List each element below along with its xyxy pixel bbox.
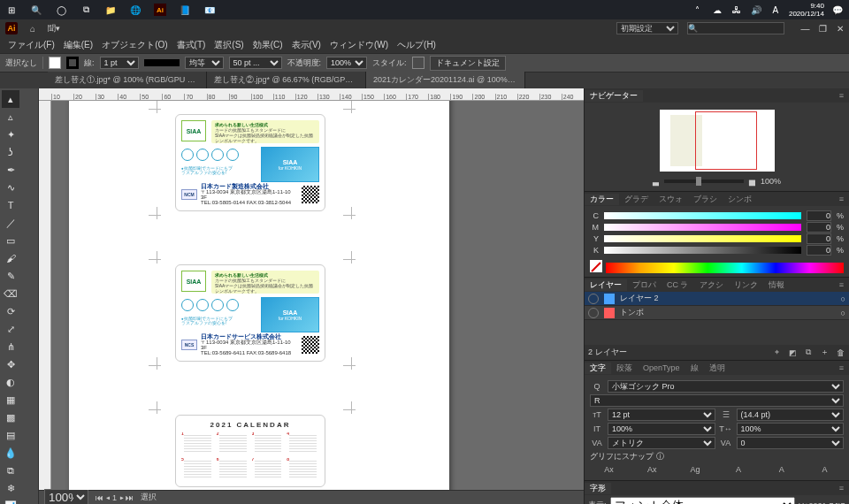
- scale-tool[interactable]: ⤢: [2, 320, 19, 338]
- document-tab[interactable]: 差し替え②.jpg* @ 66.67% (RGB/GPU プレビュー)×: [207, 72, 366, 88]
- snap-opt-icon[interactable]: Ax: [633, 464, 671, 475]
- zoom-level-select[interactable]: 100%: [44, 489, 88, 504]
- volume-icon[interactable]: 🔊: [750, 4, 762, 16]
- pen-tool[interactable]: ✒: [2, 161, 19, 179]
- home-icon[interactable]: ⌂: [27, 22, 39, 34]
- font-search-icon[interactable]: Q: [590, 382, 604, 391]
- line-tool[interactable]: ／: [2, 214, 19, 232]
- direct-selection-tool[interactable]: ▵: [2, 108, 19, 126]
- panel-menu-icon[interactable]: ≡: [834, 484, 849, 493]
- color-tab[interactable]: カラー: [585, 194, 619, 205]
- maximize-button[interactable]: ❐: [819, 24, 827, 34]
- stroke-profile-preview[interactable]: [144, 59, 180, 66]
- canvas[interactable]: SIAA 求められる新しい生活様式 カードの抗菌加工もスタンダードに SIAAマ…: [51, 101, 584, 490]
- gradient-tab[interactable]: グラデ: [619, 194, 654, 205]
- zoom-in-icon[interactable]: ▅: [749, 177, 755, 186]
- artboard-nav[interactable]: ⏮ ◀ 1 ▶ ⏭: [96, 493, 134, 502]
- close-button[interactable]: ✕: [837, 24, 844, 34]
- leading-select[interactable]: (14.4 pt): [737, 409, 845, 421]
- cyan-input[interactable]: [807, 210, 831, 221]
- font-style-select[interactable]: R: [590, 394, 844, 407]
- network-icon[interactable]: 🖧: [730, 4, 743, 16]
- taskbar-clock[interactable]: 9:40 2020/12/14: [789, 2, 824, 18]
- tray-chevron-icon[interactable]: ˄: [692, 4, 704, 16]
- taskview-icon[interactable]: ⧉: [80, 4, 92, 16]
- navigator-viewport[interactable]: [695, 111, 757, 170]
- magenta-slider[interactable]: [604, 224, 801, 231]
- navigator-tab[interactable]: ナビゲーター: [585, 90, 643, 102]
- curvature-tool[interactable]: ∿: [2, 179, 19, 196]
- width-tool[interactable]: ⋔: [2, 338, 19, 355]
- properties-tab[interactable]: プロパ: [627, 279, 662, 291]
- ime-icon[interactable]: A: [769, 4, 782, 16]
- snap-opt-icon[interactable]: A: [719, 464, 757, 475]
- snap-opt-icon[interactable]: Ag: [677, 464, 715, 475]
- symbol-sprayer-tool[interactable]: ❄: [2, 479, 19, 497]
- zoom-slider[interactable]: [664, 179, 744, 183]
- graph-tool[interactable]: 📊: [2, 497, 19, 504]
- menu-edit[interactable]: 編集(E): [61, 39, 96, 51]
- cc-libraries-tab[interactable]: CC ラ: [662, 279, 694, 291]
- eraser-tool[interactable]: ⌫: [2, 285, 19, 302]
- black-slider[interactable]: [604, 247, 801, 254]
- fill-swatch[interactable]: [49, 57, 61, 69]
- workspace-select[interactable]: 初期設定: [616, 22, 678, 34]
- rotate-tool[interactable]: ⟳: [2, 302, 19, 320]
- visibility-icon[interactable]: [588, 308, 599, 318]
- layer-row[interactable]: トンボ ○: [585, 306, 849, 320]
- layer-name[interactable]: トンボ: [620, 307, 644, 318]
- transparency-tab[interactable]: 透明: [704, 363, 730, 374]
- eyedropper-tool[interactable]: 💧: [2, 444, 19, 462]
- locate-layer-icon[interactable]: ⌖: [771, 347, 782, 358]
- layer-name[interactable]: レイヤー 2: [620, 293, 659, 304]
- lasso-tool[interactable]: ʖ: [2, 143, 19, 161]
- menu-effect[interactable]: 効果(C): [250, 39, 286, 51]
- new-layer-icon[interactable]: ＋: [819, 347, 830, 358]
- stroke-tab[interactable]: 線: [685, 363, 704, 374]
- panel-menu-icon[interactable]: ≡: [834, 280, 849, 289]
- search-help-input[interactable]: [687, 22, 784, 34]
- visibility-icon[interactable]: [588, 294, 599, 304]
- type-tool[interactable]: T: [2, 196, 19, 214]
- menu-type[interactable]: 書式(T): [174, 39, 209, 51]
- actions-tab[interactable]: アクシ: [694, 279, 729, 291]
- selection-tool[interactable]: ▴: [2, 90, 19, 108]
- snap-opt-icon[interactable]: Ax: [590, 464, 628, 475]
- snap-opt-icon[interactable]: A: [762, 464, 800, 475]
- free-transform-tool[interactable]: ✥: [2, 355, 19, 373]
- style-swatch[interactable]: [412, 57, 424, 69]
- yellow-input[interactable]: [807, 233, 831, 244]
- layer-row[interactable]: レイヤー 2 ○: [585, 292, 849, 306]
- navigator-thumbnail[interactable]: [660, 110, 775, 172]
- new-sublayer-icon[interactable]: ⧉: [803, 347, 814, 358]
- vscale-select[interactable]: 100%: [608, 423, 715, 435]
- yellow-slider[interactable]: [604, 235, 801, 242]
- zoom-out-icon[interactable]: ▃: [653, 177, 659, 186]
- menu-view[interactable]: 表示(V): [289, 39, 324, 51]
- menu-object[interactable]: オブジェクト(O): [99, 39, 170, 51]
- kerning-select[interactable]: メトリク: [608, 437, 715, 449]
- character-tab[interactable]: 文字: [585, 363, 611, 374]
- blend-tool[interactable]: ⧉: [2, 462, 19, 479]
- notifications-icon[interactable]: 💬: [831, 4, 844, 16]
- start-icon[interactable]: ⊞: [5, 4, 18, 16]
- panel-menu-icon[interactable]: ≡: [834, 195, 849, 203]
- paragraph-tab[interactable]: 段落: [611, 363, 638, 374]
- opacity-select[interactable]: 100%: [326, 57, 367, 69]
- cloud-icon[interactable]: ☁: [711, 4, 723, 16]
- stroke-profile-select[interactable]: 均等: [185, 57, 224, 69]
- magic-wand-tool[interactable]: ✦: [2, 126, 19, 143]
- stroke-weight-select[interactable]: 1 pt: [100, 57, 139, 69]
- document-setup-button[interactable]: ドキュメント設定: [430, 56, 506, 71]
- shape-builder-tool[interactable]: ◐: [2, 373, 19, 391]
- chrome-icon[interactable]: 🌐: [129, 4, 142, 16]
- search-icon[interactable]: 🔍: [30, 4, 42, 16]
- cyan-slider[interactable]: [604, 212, 801, 219]
- swatches-tab[interactable]: スウォ: [654, 194, 688, 205]
- cortana-icon[interactable]: ◯: [55, 4, 67, 16]
- brushes-tab[interactable]: ブラシ: [688, 194, 723, 205]
- document-tab[interactable]: 2021カレンダー20201124.ai @ 100% (CMYK/GPU プレ…: [366, 72, 525, 88]
- gradient-tool[interactable]: ▤: [2, 426, 19, 444]
- minimize-button[interactable]: —: [800, 24, 809, 34]
- links-tab[interactable]: リンク: [729, 279, 763, 291]
